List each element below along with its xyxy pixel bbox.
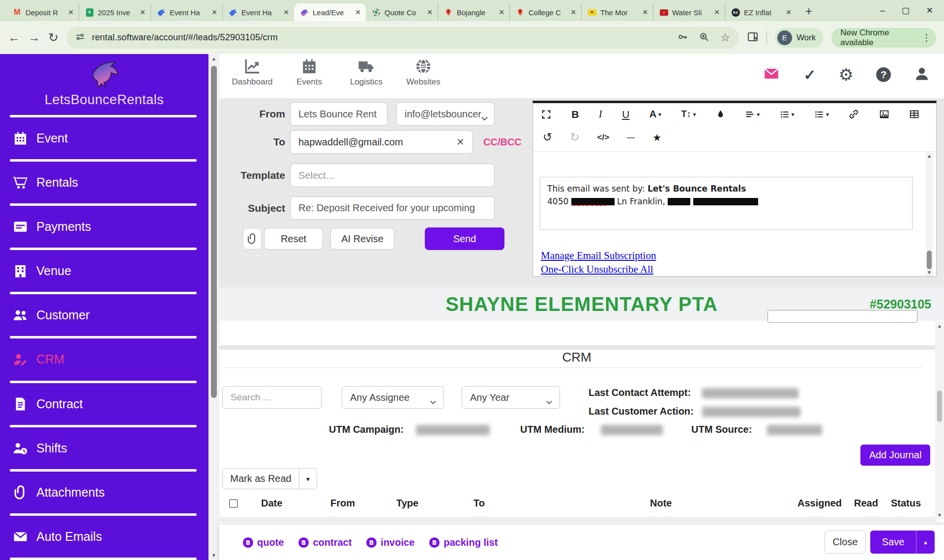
close-tab-icon[interactable]: ✕ <box>354 8 362 16</box>
scrollbar-thumb[interactable] <box>927 251 932 269</box>
close-tab-icon[interactable]: ✕ <box>713 8 721 16</box>
column-header-to[interactable]: To <box>473 498 485 509</box>
close-tab-icon[interactable]: ✕ <box>641 8 649 16</box>
table-icon[interactable] <box>909 109 919 119</box>
fullscreen-icon[interactable] <box>541 109 552 120</box>
star-icon[interactable]: ★ <box>652 132 661 143</box>
scroll-down-icon[interactable]: ▼ <box>925 270 933 275</box>
browser-tab[interactable]: Event Ha ✕ <box>222 3 294 21</box>
close-tab-icon[interactable]: ✕ <box>498 8 505 16</box>
column-header-read[interactable]: Read <box>854 498 878 509</box>
ccbcc-link[interactable]: CC/BCC <box>483 137 522 148</box>
from-name-input[interactable] <box>290 102 387 126</box>
select-all-checkbox[interactable] <box>229 499 238 508</box>
undo-icon[interactable]: ↺ <box>543 131 552 144</box>
image-icon[interactable] <box>879 109 889 119</box>
mark-as-read-button[interactable]: Mark as Read <box>222 468 299 489</box>
site-settings-icon[interactable] <box>75 32 85 44</box>
column-header-type[interactable]: Type <box>396 498 418 509</box>
sidebar-item-venue[interactable]: Venue <box>0 250 208 292</box>
ai-revise-button[interactable]: AI Revise <box>330 228 394 250</box>
sidebar-item-rentals[interactable]: Rentals <box>0 162 208 203</box>
nav-websites[interactable]: Websites <box>400 58 446 87</box>
column-header-from[interactable]: From <box>330 498 355 509</box>
url-text[interactable]: rental.software/account/#/leads/52903105… <box>92 32 670 43</box>
email-body[interactable]: This email was sent by: Let's Bounce Ren… <box>540 177 913 230</box>
sidebar-item-payments[interactable]: Payments <box>0 206 208 248</box>
profile-chip[interactable]: E Work <box>775 28 824 48</box>
scroll-up-icon[interactable]: ▲ <box>935 323 944 329</box>
assignee-select[interactable]: Any Assignee <box>342 386 444 409</box>
reset-button[interactable]: Reset <box>264 228 323 250</box>
to-input[interactable] <box>290 130 473 154</box>
browser-tab-active[interactable]: Lead/Eve ✕ <box>294 3 366 21</box>
sidebar-item-crm[interactable]: CRM <box>0 338 208 380</box>
column-header-date[interactable]: Date <box>261 498 282 509</box>
content-scrollbar-right[interactable]: ▲ ▼ <box>935 322 944 519</box>
settings-gear-icon[interactable]: ⚙ <box>839 65 854 84</box>
minimize-button[interactable]: – <box>880 6 885 16</box>
scroll-down-icon[interactable]: ▼ <box>935 512 944 518</box>
sidebar-item-customer[interactable]: Customer <box>0 294 208 336</box>
unsubscribe-link[interactable]: One-Click Unsubscribe All <box>541 262 656 276</box>
bold-icon[interactable]: B <box>571 109 579 120</box>
scroll-up-icon[interactable]: ▲ <box>208 56 219 61</box>
new-tab-button[interactable]: + <box>805 4 812 18</box>
account-person-icon[interactable] <box>914 65 930 84</box>
link-icon[interactable] <box>849 109 859 119</box>
browser-tab[interactable]: ≋ The Mor ✕ <box>581 3 653 21</box>
browser-tab[interactable]: ≡ Water Sli ✕ <box>653 3 725 21</box>
sidebar-item-contract[interactable]: Contract <box>0 383 208 425</box>
close-tab-icon[interactable]: ✕ <box>139 8 147 16</box>
browser-tab[interactable]: + 2025 Inve ✕ <box>79 3 150 21</box>
scrollbar-thumb[interactable] <box>211 66 217 398</box>
browser-tab[interactable]: Quote Co ✕ <box>366 3 438 21</box>
code-view-icon[interactable]: </> <box>597 133 610 142</box>
horizontal-rule-icon[interactable]: — <box>627 133 635 142</box>
close-button[interactable]: Close <box>825 531 866 554</box>
sidebar-item-auto-emails[interactable]: Auto Emails <box>0 516 208 558</box>
bookmark-star-icon[interactable]: ☆ <box>720 31 730 44</box>
side-panel-icon[interactable] <box>747 31 759 45</box>
italic-icon[interactable]: I <box>599 108 602 120</box>
sidebar-item-shifts[interactable]: Shifts <box>0 427 208 469</box>
browser-tab[interactable]: Bojangle ✕ <box>438 3 509 21</box>
address-bar[interactable]: rental.software/account/#/leads/52903105… <box>66 27 739 49</box>
manage-subscription-link[interactable]: Manage Email Subscription <box>541 249 656 262</box>
invoice-link[interactable]: invoice <box>366 537 414 548</box>
close-tab-icon[interactable]: ✕ <box>785 8 793 16</box>
add-journal-button[interactable]: Add Journal <box>860 445 930 466</box>
mark-as-read-dropdown[interactable]: ▾ <box>299 468 317 489</box>
forward-button[interactable]: → <box>28 30 40 45</box>
crm-search-input[interactable] <box>222 386 322 409</box>
nav-dashboard[interactable]: Dashboard <box>229 58 275 87</box>
close-tab-icon[interactable]: ✕ <box>67 8 75 16</box>
editor-scrollbar[interactable]: ▲ ▼ <box>925 152 933 276</box>
help-icon[interactable]: ? <box>876 67 891 82</box>
browser-tab[interactable]: Event Ha ✕ <box>150 3 222 21</box>
close-tab-icon[interactable]: ✕ <box>282 8 290 16</box>
close-tab-icon[interactable]: ✕ <box>426 8 434 16</box>
back-button[interactable]: ← <box>8 30 20 45</box>
sidebar-item-attachments[interactable]: Attachments <box>0 472 208 513</box>
save-button[interactable]: Save <box>870 531 916 554</box>
packing-list-link[interactable]: packing list <box>429 537 498 548</box>
nav-events[interactable]: Events <box>286 58 332 87</box>
subject-input[interactable] <box>290 196 495 220</box>
browser-tab[interactable]: College C ✕ <box>509 3 581 21</box>
content-scrollbar-left[interactable]: ▲ ▼ <box>208 54 219 560</box>
redo-icon[interactable]: ↻ <box>570 131 579 144</box>
partial-input-box[interactable] <box>767 310 917 323</box>
column-header-status[interactable]: Status <box>891 498 921 509</box>
attach-paperclip-icon[interactable] <box>243 228 262 250</box>
scroll-down-icon[interactable]: ▼ <box>208 553 219 558</box>
quote-link[interactable]: quote <box>243 537 284 548</box>
underline-icon[interactable]: U <box>622 109 629 120</box>
font-color-icon[interactable]: A▾ <box>649 109 661 120</box>
browser-tab[interactable]: M Deposit R ✕ <box>7 3 79 21</box>
nav-logistics[interactable]: Logistics <box>343 58 389 87</box>
browser-tab[interactable]: EZ EZ Inflat ✕ <box>725 3 796 21</box>
scroll-up-icon[interactable]: ▲ <box>925 153 933 159</box>
font-size-icon[interactable]: T↕▾ <box>681 109 696 119</box>
brand-name[interactable]: LetsBounceRentals <box>45 92 164 108</box>
